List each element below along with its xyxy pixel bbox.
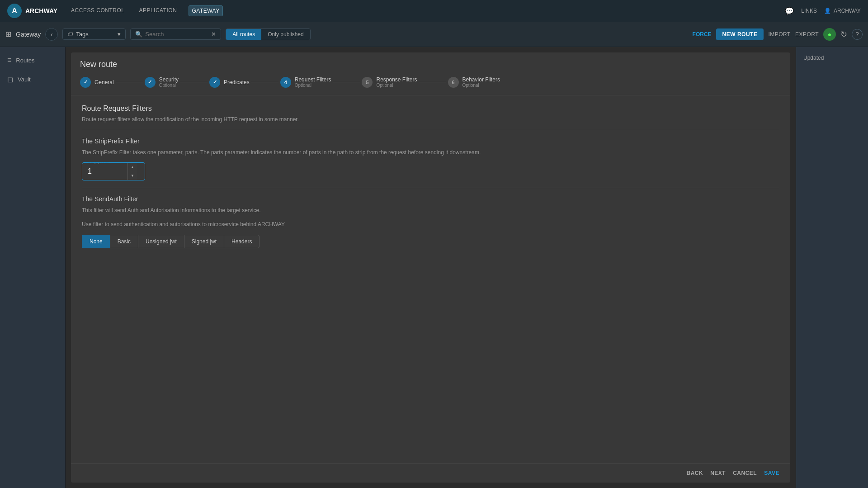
updated-label: Updated <box>803 55 824 61</box>
toolbar-right: FORCE NEW ROUTE IMPORT EXPORT ● ↻ ? <box>693 28 863 41</box>
auth-unsigned-jwt-button[interactable]: Unsigned jwt <box>138 235 184 248</box>
chat-icon[interactable]: 💬 <box>785 7 794 15</box>
tag-icon: 🏷 <box>67 31 73 38</box>
routes-icon: ≡ <box>7 56 11 64</box>
search-input[interactable] <box>145 31 208 38</box>
auth-headers-button[interactable]: Headers <box>224 235 259 248</box>
step-5-label: Response Filters <box>376 76 417 83</box>
step-general[interactable]: ✓ General <box>80 77 114 88</box>
auth-signed-jwt-button[interactable]: Signed jwt <box>184 235 224 248</box>
user-icon: 👤 <box>824 8 831 14</box>
auth-basic-button[interactable]: Basic <box>110 235 138 248</box>
sidebar-item-routes[interactable]: ≡ Routes <box>0 51 65 70</box>
tags-dropdown[interactable]: 🏷 Tags ▾ <box>62 28 126 40</box>
step-predicates[interactable]: ✓ Predicates <box>209 77 250 88</box>
step-2-info: Security Optional <box>159 76 179 88</box>
import-button[interactable]: IMPORT <box>768 31 790 38</box>
top-nav-right: 💬 LINKS 👤 ARCHWAY <box>785 7 861 15</box>
strip-prefix-label: Strip prefix <box>86 162 111 164</box>
panel-body: Route Request Filters Route request filt… <box>71 95 790 463</box>
sidebar-item-vault[interactable]: ◻ Vault <box>0 70 65 89</box>
strip-prefix-spinner: ▲ ▼ <box>127 163 137 180</box>
step-2-sub: Optional <box>159 83 179 88</box>
vault-icon: ◻ <box>7 75 13 84</box>
step-response-filters[interactable]: 5 Response Filters Optional <box>362 76 417 88</box>
strip-prefix-title: The StripPrefix Filter <box>82 137 779 145</box>
next-button[interactable]: NEXT <box>710 470 726 476</box>
sidebar: ≡ Routes ◻ Vault <box>0 47 66 488</box>
step-connector-4 <box>333 82 360 82</box>
user-menu[interactable]: 👤 ARCHWAY <box>824 8 861 14</box>
user-label: ARCHWAY <box>834 8 861 14</box>
force-button[interactable]: FORCE <box>693 31 712 38</box>
cancel-button[interactable]: CANCEL <box>733 470 757 476</box>
sidebar-routes-label: Routes <box>16 57 34 64</box>
steps: ✓ General ✓ Security Optional <box>80 76 781 95</box>
app-logo: A ARCHWAY <box>7 4 57 18</box>
only-published-button[interactable]: Only published <box>261 29 310 40</box>
step-4-info: Request Filters Optional <box>295 76 331 88</box>
all-routes-button[interactable]: All routes <box>226 29 261 40</box>
back-navigation-button[interactable]: ‹ <box>45 28 58 41</box>
back-button[interactable]: BACK <box>687 470 703 476</box>
step-connector-3 <box>251 82 278 82</box>
route-filter: All routes Only published <box>226 28 310 40</box>
step-3-info: Predicates <box>224 79 250 85</box>
step-5-circle: 5 <box>362 77 373 88</box>
help-button[interactable]: ? <box>852 29 863 40</box>
nav-application[interactable]: APPLICATION <box>136 5 179 16</box>
search-box: 🔍 ✕ <box>130 28 221 40</box>
nav-items: ACCESS CONTROL APPLICATION GATEWAY <box>68 5 774 16</box>
step-4-label: Request Filters <box>295 76 331 83</box>
increment-button[interactable]: ▲ <box>128 163 137 171</box>
save-button[interactable]: SAVE <box>764 470 779 476</box>
step-security[interactable]: ✓ Security Optional <box>145 76 179 88</box>
divider-2 <box>82 188 779 188</box>
clear-search-button[interactable]: ✕ <box>211 31 216 38</box>
step-connector-2 <box>180 82 208 82</box>
send-auth-desc2: Use filter to send authentication and au… <box>82 220 779 229</box>
new-route-button[interactable]: NEW ROUTE <box>716 28 764 40</box>
divider-1 <box>82 130 779 130</box>
step-4-circle: 4 <box>280 77 291 88</box>
gateway-label: Gateway <box>16 31 41 38</box>
content-area: New route ✓ General ✓ Security <box>66 47 796 488</box>
links-button[interactable]: LINKS <box>801 8 817 14</box>
panel-title: New route <box>80 60 781 69</box>
step-3-label: Predicates <box>224 79 250 85</box>
send-auth-title: The SendAuth Filter <box>82 195 779 203</box>
step-request-filters[interactable]: 4 Request Filters Optional <box>280 76 331 88</box>
main-layout: ≡ Routes ◻ Vault New route ✓ General <box>0 47 868 488</box>
panel-header: New route ✓ General ✓ Security <box>71 52 790 95</box>
step-1-info: General <box>94 79 114 85</box>
toolbar-grid-icon: ⊞ <box>5 30 11 38</box>
panel-footer: BACK NEXT CANCEL SAVE <box>71 463 790 483</box>
step-1-label: General <box>94 79 114 85</box>
step-2-label: Security <box>159 76 179 83</box>
refresh-button[interactable]: ↻ <box>840 29 847 39</box>
export-button[interactable]: EXPORT <box>795 31 819 38</box>
step-connector-5 <box>419 82 446 82</box>
auth-buttons: None Basic Unsigned jwt Signed jwt Heade… <box>82 235 779 248</box>
chevron-down-icon: ▾ <box>118 31 121 38</box>
search-icon: 🔍 <box>135 31 142 38</box>
step-6-info: Behavior Filters Optional <box>462 76 500 88</box>
sidebar-vault-label: Vault <box>18 76 31 83</box>
top-navigation: A ARCHWAY ACCESS CONTROL APPLICATION GAT… <box>0 0 868 22</box>
step-5-sub: Optional <box>376 83 417 88</box>
nav-access-control[interactable]: ACCESS CONTROL <box>68 5 127 16</box>
step-6-circle: 6 <box>448 77 459 88</box>
nav-gateway[interactable]: GATEWAY <box>189 5 222 16</box>
decrement-button[interactable]: ▼ <box>128 171 137 180</box>
step-behavior-filters[interactable]: 6 Behavior Filters Optional <box>448 76 500 88</box>
send-auth-desc1: This filter will send Auth and Autorisat… <box>82 206 779 215</box>
step-3-circle: ✓ <box>209 77 220 88</box>
right-panel: Updated <box>796 47 868 488</box>
strip-prefix-input[interactable] <box>82 163 127 180</box>
section-title: Route Request Filters <box>82 104 779 113</box>
auth-none-button[interactable]: None <box>82 235 110 248</box>
tags-label: Tags <box>76 31 88 38</box>
logo-icon: A <box>7 4 22 18</box>
section-desc: Route request filters allow the modifica… <box>82 116 779 123</box>
toolbar: ⊞ Gateway ‹ 🏷 Tags ▾ 🔍 ✕ All routes Only… <box>0 22 868 47</box>
